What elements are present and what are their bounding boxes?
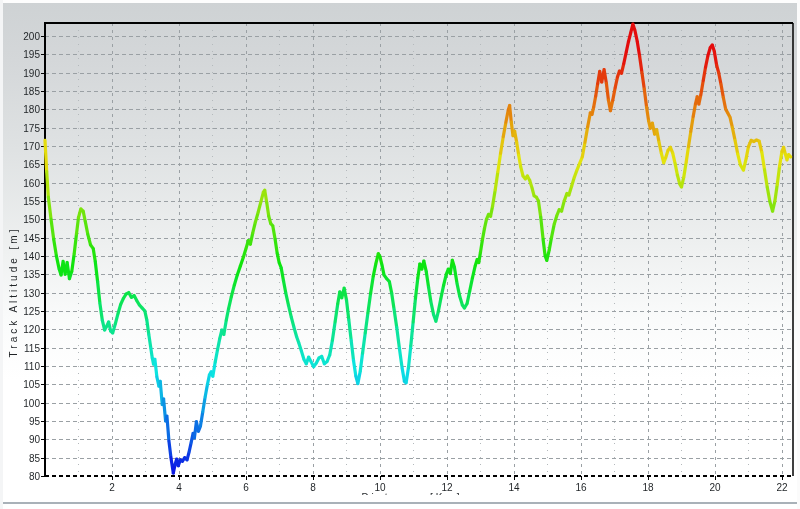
panel-bevel-top [0,0,800,3]
x-tick-label-20: 20 [709,482,720,493]
y-tick-label-165: 165 [2,159,40,170]
x-tick-label-16: 16 [575,482,586,493]
y-tick-label-190: 190 [2,68,40,79]
bottom-margin [0,495,800,502]
y-tick-label-185: 185 [2,86,40,97]
x-tick-label-8: 8 [310,482,316,493]
bottom-divider-line [0,502,800,504]
y-tick-label-160: 160 [2,178,40,189]
y-tick-label-195: 195 [2,49,40,60]
y-tick-label-90: 90 [2,434,40,445]
x-tick-label-22: 22 [776,482,787,493]
y-tick-label-180: 180 [2,104,40,115]
x-tick-label-18: 18 [642,482,653,493]
altitude-profile-chart[interactable] [0,0,800,509]
y-tick-label-110: 110 [2,361,40,372]
y-tick-label-170: 170 [2,141,40,152]
y-axis-title: Track Altitude [m] [8,227,19,358]
y-tick-label-85: 85 [2,453,40,464]
x-tick-label-4: 4 [176,482,182,493]
y-tick-label-80: 80 [2,471,40,482]
y-tick-label-200: 200 [2,31,40,42]
x-tick-label-14: 14 [508,482,519,493]
x-tick-label-2: 2 [109,482,115,493]
altitude-profile-panel: 8085909510010511011512012513013514014515… [0,0,800,509]
panel-bevel-left [0,0,3,509]
y-tick-label-175: 175 [2,123,40,134]
y-tick-label-105: 105 [2,379,40,390]
y-tick-label-155: 155 [2,196,40,207]
y-tick-label-95: 95 [2,416,40,427]
x-tick-label-6: 6 [243,482,249,493]
y-tick-label-150: 150 [2,214,40,225]
y-tick-label-100: 100 [2,398,40,409]
